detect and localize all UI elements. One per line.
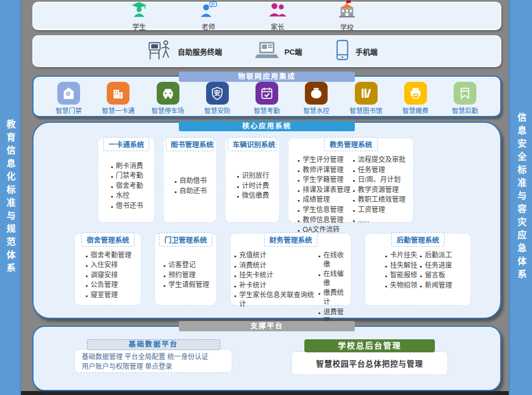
system-item-label: 宿舍考勤管理 xyxy=(91,251,132,260)
system-item-label: 消费统计 xyxy=(239,261,266,271)
bullet-icon: ● xyxy=(234,293,236,309)
core-systems-row-1: 一卡通系统●刷卡消费●门禁考勤●宿舍考勤●水控●借书还书图书管理系统●自助借书●… xyxy=(98,138,500,223)
student-icon xyxy=(129,1,149,21)
system-box: 宿舍管理系统●宿舍考勤管理●入住安排●调寝安排●公告管理●寝室管理 xyxy=(74,233,141,306)
bullet-icon: ● xyxy=(237,194,239,201)
system-items: ●访客登记●预约管理●学生请假管理 xyxy=(155,247,216,305)
system-title: 车辆识别系统 xyxy=(228,137,277,151)
terminal-item: PC端 xyxy=(255,40,302,63)
logistics-icon xyxy=(454,82,476,105)
system-item-label: 学生信息管理 xyxy=(303,206,344,215)
system-item-label: 失物招领 xyxy=(390,281,417,290)
bullet-icon: ● xyxy=(85,253,87,260)
payment-icon xyxy=(404,82,427,105)
bullet-icon: ● xyxy=(298,218,300,225)
iot-item: 智慧一卡通 xyxy=(98,82,139,115)
iot-title-bar: 物联网应用集成 xyxy=(179,72,355,82)
system-item: ●学生学籍管理 xyxy=(298,176,350,185)
bullet-icon: ● xyxy=(318,272,320,288)
user-item-老师: 老师 xyxy=(188,1,229,31)
system-item: ●教师评课管理 xyxy=(298,166,350,175)
system-item: ●寝室管理 xyxy=(85,291,131,300)
system-item: ●微信缴费 xyxy=(237,192,269,201)
system-item: ●水控 xyxy=(111,192,143,201)
system-item: ●...... xyxy=(353,216,405,225)
system-item: ●智能报修 xyxy=(385,271,417,280)
system-item-label: 计时计费 xyxy=(242,182,269,191)
bullet-icon: ● xyxy=(318,253,320,269)
system-item-label: 新闻管理 xyxy=(425,281,452,290)
iot-panel: 物联网应用集成 智慧门禁智慧一卡通智慧停车场安智慧安防智慧考勤智慧水控智慧图书馆… xyxy=(32,76,501,117)
terminals-row-panel: 自助服务终端PC端手机端 xyxy=(32,35,501,67)
bullet-icon: ● xyxy=(111,164,113,171)
system-item: ●识别放行 xyxy=(237,172,269,181)
bullet-icon: ● xyxy=(163,283,165,290)
iot-item: 智慧缴费 xyxy=(395,82,436,115)
system-item-label: 排课及课表管理 xyxy=(303,186,350,195)
system-item-column: ●宿舍考勤管理●入住安排●调寝安排●公告管理●寝室管理 xyxy=(85,251,131,300)
iot-item-label: 智慧停车场 xyxy=(152,106,185,115)
system-title: 图书管理系统 xyxy=(166,137,215,151)
bullet-icon: ● xyxy=(353,158,355,165)
core-systems-panel: 核心应用系统 一卡通系统●刷卡消费●门禁考勤●宿舍考勤●水控●借书还书图书管理系… xyxy=(32,122,501,319)
system-item: ●充值统计 xyxy=(234,251,316,260)
pc-icon xyxy=(255,40,279,63)
system-item-column: ●访客登记●预约管理●学生请假管理 xyxy=(163,261,209,290)
water-icon xyxy=(305,82,328,105)
bullet-icon: ● xyxy=(234,284,236,290)
bullet-icon: ● xyxy=(353,218,355,225)
system-item: ●挂失解挂 xyxy=(385,261,417,271)
system-item: ●流程提交及审批 xyxy=(353,156,405,165)
system-title: 一卡通系统 xyxy=(103,137,149,151)
system-item-label: 流程提交及审批 xyxy=(358,156,405,165)
terminal-item: 自助服务终端 xyxy=(147,39,222,64)
user-item-家长: 家长 xyxy=(257,1,298,31)
system-item-label: 调寝安排 xyxy=(91,271,118,280)
system-item-label: 识别放行 xyxy=(242,172,269,181)
system-item-label: 任务进度 xyxy=(425,261,452,271)
system-item: ●任务管理 xyxy=(353,166,405,175)
system-item: ●新闻管理 xyxy=(420,281,452,290)
bullet-icon: ● xyxy=(85,283,87,290)
security-icon: 安 xyxy=(206,82,229,105)
bullet-icon: ● xyxy=(420,273,422,280)
smart-campus-diagram: 学生老师家长学校 自助服务终端PC端手机端 物联网应用集成 智慧门禁智慧一卡通智… xyxy=(32,0,501,395)
system-title: 财务管理系统 xyxy=(264,232,317,247)
system-items: ●宿舍考勤管理●入住安排●调寝安排●公告管理●寝室管理 xyxy=(75,247,141,305)
bullet-icon: ● xyxy=(111,204,113,211)
system-item: ●补卡统计 xyxy=(234,281,316,290)
system-box: 图书管理系统●自助借书●自助还书 xyxy=(163,138,217,223)
system-item-label: 缴费统计 xyxy=(323,289,349,306)
base-platform-box: 基础数据管理 平台全局配置 统一身份认证 用户账户与权限管理 单点登录 xyxy=(74,349,232,373)
user-label: 学生 xyxy=(132,22,146,31)
phone-icon xyxy=(335,39,350,63)
system-item: ●教师信息管理 xyxy=(298,216,350,225)
system-box: 车辆识别系统●识别放行●计时计费●微信缴费 xyxy=(225,138,280,223)
bullet-icon: ● xyxy=(111,174,113,181)
system-item: ●学生请假管理 xyxy=(163,281,209,290)
bullet-icon: ● xyxy=(298,178,300,185)
system-item-label: 工资管理 xyxy=(358,206,385,215)
bullet-icon: ● xyxy=(111,194,113,201)
system-item-label: 自助还书 xyxy=(179,187,207,196)
door-access-icon xyxy=(57,82,80,105)
system-item-label: 在线催缴 xyxy=(323,270,349,288)
system-item-label: 挂失解挂 xyxy=(390,261,417,271)
iot-item-label: 智慧缴费 xyxy=(403,106,429,115)
terminal-label: 自助服务终端 xyxy=(178,46,222,57)
system-item-column: ●识别放行●计时计费●微信缴费 xyxy=(237,172,269,201)
bullet-icon: ● xyxy=(298,198,300,205)
system-box: 财务管理系统●充值统计●消费统计●挂失卡统计●补卡统计●学生家长信息关联查询统计… xyxy=(230,233,351,306)
core-systems-row-2: 宿舍管理系统●宿舍考勤管理●入住安排●调寝安排●公告管理●寝室管理门卫管理系统●… xyxy=(74,233,500,306)
system-item-label: 宿舍考勤 xyxy=(116,182,143,191)
system-items: ●自助借书●自助还书 xyxy=(164,151,216,222)
iot-item: 智慧停车场 xyxy=(148,82,188,115)
system-item-label: 学生评分管理 xyxy=(303,156,344,165)
system-item-column: ●充值统计●消费统计●挂失卡统计●补卡统计●学生家长信息关联查询统计 xyxy=(234,251,316,309)
system-item: ●失物招领 xyxy=(385,281,417,290)
system-item: ●宿舍考勤管理 xyxy=(85,251,131,260)
bullet-icon: ● xyxy=(163,273,165,280)
system-item: ●成绩管理 xyxy=(298,196,350,205)
kiosk-icon xyxy=(147,39,172,64)
system-item-label: 学生家长信息关联查询统计 xyxy=(239,291,316,309)
